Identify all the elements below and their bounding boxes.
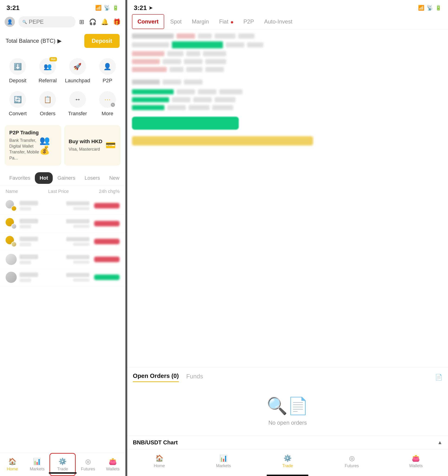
- funds-tab[interactable]: Funds: [186, 373, 203, 382]
- market-list: [0, 197, 125, 453]
- action-convert[interactable]: 🔄 Convert: [3, 87, 33, 120]
- right-nav-trade-label: Trade: [282, 464, 293, 468]
- nav-home-label: Home: [7, 467, 18, 472]
- action-referral[interactable]: 👥 Hot Referral: [33, 54, 63, 87]
- tab-new[interactable]: New: [105, 172, 124, 184]
- tab-p2p[interactable]: P2P: [238, 15, 259, 28]
- right-nav-futures[interactable]: ◎ Futures: [320, 450, 384, 473]
- avatar[interactable]: 👤: [5, 17, 15, 27]
- buy-sell-row: [127, 115, 448, 131]
- action-orders[interactable]: 📋 Orders: [33, 87, 63, 120]
- p2p-promo-title: P2P Trading: [9, 130, 39, 136]
- location-icon: ➤: [149, 5, 153, 11]
- col-name: Name: [6, 189, 18, 194]
- deposit-button[interactable]: Deposit: [84, 34, 120, 48]
- market-tabs: Favorites Hot Gainers Losers New: [0, 170, 125, 186]
- p2p-promo-desc: Bank Transfer, Digital Wallet Transfer, …: [9, 138, 39, 161]
- convert-icon: 🔄: [14, 96, 22, 103]
- coin-name-col: [6, 254, 57, 265]
- convert-icon-circle: 🔄: [9, 91, 26, 108]
- action-p2p[interactable]: 👤 P2P: [92, 54, 122, 87]
- nav-wallets-label: Wallets: [106, 467, 120, 472]
- chart-row: [127, 88, 448, 96]
- col-price: Last Price: [48, 189, 69, 194]
- chevron-up-icon[interactable]: ▲: [437, 440, 442, 446]
- hkd-promo-card[interactable]: Buy with HKD Visa, Mastercard 💳: [64, 125, 121, 166]
- p2p-promo-icon: 👥💰: [39, 136, 56, 155]
- chart-footer[interactable]: BNB/USDT Chart ▲: [127, 435, 448, 449]
- tab-losers[interactable]: Losers: [80, 172, 105, 184]
- gift-icon[interactable]: 🎁: [113, 18, 121, 26]
- left-panel: 3:21 📶 📡 🔋 👤 🔍 ⊞ 🎧 🔔 🎁 Total Balance (BT…: [0, 0, 125, 476]
- battery-icon-right: 🔋: [435, 5, 442, 11]
- coin-name-col: [6, 272, 57, 283]
- table-row[interactable]: [0, 250, 125, 268]
- futures-icon-right: ◎: [349, 454, 355, 462]
- bell-icon[interactable]: 🔔: [101, 18, 108, 26]
- coin-icon: [6, 200, 17, 211]
- col-change: 24h chg%: [99, 189, 120, 194]
- right-panel: 3:21 ➤ 📶 📡 🔋 Convert Spot Margin Fiat P2…: [127, 0, 448, 476]
- wallets-icon: 👛: [109, 458, 117, 465]
- wallets-icon-right: 👛: [412, 454, 420, 462]
- open-orders-tab[interactable]: Open Orders (0): [133, 372, 179, 382]
- right-nav-trade[interactable]: ⚙️ Trade: [255, 450, 319, 473]
- referral-icon: 👥: [44, 63, 52, 70]
- grid-icon[interactable]: ⊞: [79, 18, 84, 26]
- tab-gainers[interactable]: Gainers: [53, 172, 80, 184]
- left-search-bar: 👤 🔍 ⊞ 🎧 🔔 🎁: [0, 13, 125, 30]
- action-transfer[interactable]: ↔️ Transfer: [63, 87, 93, 120]
- tab-spot[interactable]: Spot: [165, 15, 187, 28]
- action-more[interactable]: ⋯ ✎ More: [92, 87, 122, 120]
- left-status-bar: 3:21 📶 📡 🔋: [0, 0, 125, 13]
- chart-row: [127, 96, 448, 104]
- more-label: More: [102, 111, 113, 117]
- right-nav-wallets[interactable]: 👛 Wallets: [384, 450, 448, 473]
- p2p-promo-card[interactable]: P2P Trading Bank Transfer, Digital Walle…: [5, 125, 61, 166]
- nav-home[interactable]: 🏠 Home: [0, 453, 25, 476]
- home-indicator: [49, 472, 77, 474]
- change-col: [90, 257, 120, 262]
- left-bottom-nav: 🏠 Home 📊 Markets ⚙️ Trade ◎ Futures 👛 Wa…: [0, 453, 125, 476]
- left-status-icons: 📶 📡 🔋: [95, 5, 119, 11]
- p2p-icon: 👤: [103, 63, 112, 70]
- action-launchpad[interactable]: 🚀 Launchpad: [63, 54, 93, 87]
- tab-margin[interactable]: Margin: [187, 15, 214, 28]
- tab-auto-invest[interactable]: Auto-Invest: [259, 15, 297, 28]
- p2p-icon-circle: 👤: [99, 58, 116, 75]
- hot-badge: Hot: [50, 57, 57, 61]
- header-actions: ⊞ 🎧 🔔 🎁: [79, 18, 121, 26]
- headset-icon[interactable]: 🎧: [89, 18, 96, 26]
- search-wrap[interactable]: 🔍: [19, 16, 75, 28]
- search-input[interactable]: [29, 19, 72, 25]
- table-row[interactable]: [0, 197, 125, 215]
- chevron-right-icon[interactable]: ▶: [57, 38, 62, 44]
- open-orders-section: Open Orders (0) Funds 📄 🔍📄 No open order…: [127, 368, 448, 435]
- tab-convert[interactable]: Convert: [132, 14, 164, 29]
- nav-markets[interactable]: 📊 Markets: [25, 453, 50, 476]
- promo-banners: P2P Trading Bank Transfer, Digital Walle…: [0, 125, 125, 170]
- table-row[interactable]: [0, 215, 125, 233]
- tab-fiat[interactable]: Fiat: [214, 15, 238, 28]
- price-col: [57, 219, 90, 228]
- right-nav-home[interactable]: 🏠 Home: [127, 450, 191, 473]
- chart-row: [127, 40, 448, 50]
- deposit-label: Deposit: [9, 78, 27, 84]
- tab-favorites[interactable]: Favorites: [5, 172, 35, 184]
- right-nav-markets[interactable]: 📊 Markets: [191, 450, 255, 473]
- table-row[interactable]: [0, 268, 125, 286]
- tab-hot[interactable]: Hot: [35, 172, 53, 184]
- launchpad-label: Launchpad: [65, 78, 90, 84]
- orders-icon-circle: 📋: [39, 91, 56, 108]
- nav-futures[interactable]: ◎ Futures: [76, 453, 101, 476]
- nav-wallets[interactable]: 👛 Wallets: [100, 453, 125, 476]
- hkd-promo-text: Buy with HKD Visa, Mastercard: [69, 139, 102, 152]
- signal-icon: 📶: [95, 5, 101, 11]
- search-icon: 🔍: [22, 20, 27, 24]
- home-icon-right: 🏠: [155, 454, 163, 462]
- table-row[interactable]: [0, 233, 125, 250]
- orders-list-icon[interactable]: 📄: [435, 374, 442, 381]
- signal-icon-right: 📶: [418, 5, 424, 11]
- chart-area: [127, 30, 448, 368]
- action-deposit[interactable]: ⬇️ Deposit: [3, 54, 33, 87]
